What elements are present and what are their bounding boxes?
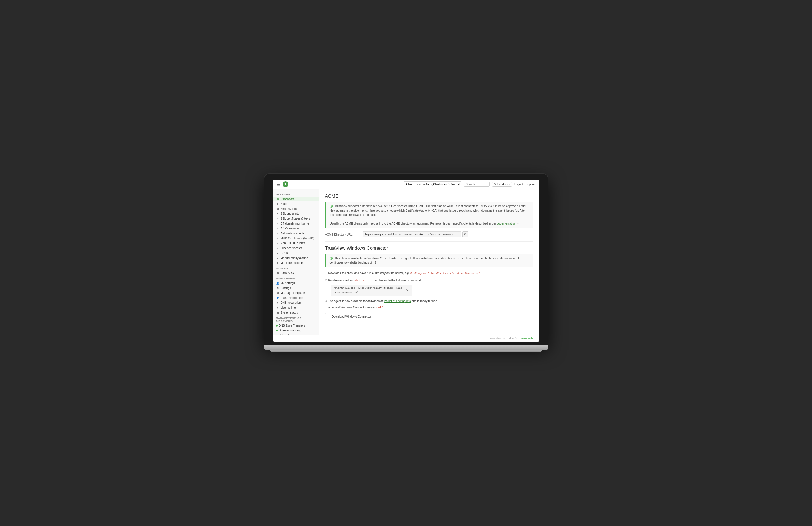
step2-code: PowerShell.exe -ExecutionPolicy Bypass -… <box>334 286 404 295</box>
sidebar: Overview ⊞ Dashboard ≡ Stats ⊞ Search / … <box>273 189 319 335</box>
step-2: 2. Run PowerShell as Administrator and e… <box>325 278 533 296</box>
sidebar-item-license[interactable]: ● License info <box>273 305 319 310</box>
adfs-icon: ≡ <box>276 227 279 230</box>
stats-icon: ≡ <box>276 202 279 206</box>
sidebar-item-my-settings[interactable]: 👤 My settings <box>273 281 319 286</box>
hamburger-icon[interactable]: ☰ <box>277 182 280 187</box>
acme-url-label: ACME Directory URL: <box>325 233 360 236</box>
automation-icon: ≡ <box>276 232 279 235</box>
sidebar-item-dashboard[interactable]: ⊞ Dashboard <box>273 197 319 201</box>
sidebar-section-overview: Overview <box>273 191 319 197</box>
sidebar-item-manual-expiry[interactable]: ≡ Manual expiry alarms <box>273 255 319 260</box>
sidebar-item-mitid[interactable]: ≡ MitID Certificates (NemID) <box>273 236 319 241</box>
sidebar-item-settings[interactable]: ⚙ Settings <box>273 286 319 290</box>
sidebar-item-nemid[interactable]: ≡ NemID OTP clients <box>273 241 319 246</box>
step-3: 3. The agent is now available for activa… <box>325 299 533 303</box>
systemstatus-icon: ⊞ <box>276 311 279 314</box>
sidebar-item-dns-integration[interactable]: ● DNS integration <box>273 300 319 305</box>
search-icon: ⊞ <box>276 208 279 210</box>
domain-dropdown[interactable]: CN=TrustViewUsers,CN=Users,DC=adtest,DC=… <box>404 181 461 187</box>
sidebar-item-crls[interactable]: ≡ CRLs <box>273 251 319 255</box>
step2-code-block: PowerShell.exe -ExecutionPolicy Bypass -… <box>331 285 412 297</box>
logout-button[interactable]: Logout <box>514 183 523 186</box>
sidebar-item-stats[interactable]: ≡ Stats <box>273 201 319 206</box>
step1-path: C:\Program Files\TrustView Windows Conne… <box>410 272 481 275</box>
sidebar-item-systemstatus[interactable]: ⊞ Systemstatus <box>273 310 319 315</box>
sidebar-item-label: Automation agents <box>280 232 305 235</box>
sidebar-item-label: Other certificates <box>280 246 303 250</box>
sidebar-item-monitored[interactable]: ≡ Monitored applets <box>273 260 319 265</box>
sidebar-item-other-certs[interactable]: ≡ Other certificates <box>273 246 319 251</box>
step-1: 1. Download the client and save it in a … <box>325 271 533 276</box>
acme-url-value: https://tv-staging.trustskills.com:11443… <box>363 231 461 237</box>
sidebar-item-label: SSL certificates & keys <box>280 217 310 220</box>
footer-brand: TrustSells <box>521 337 533 340</box>
sidebar-item-label: Monitored applets <box>280 261 304 265</box>
acme-title: ACME <box>325 194 533 199</box>
dashboard-icon: ⊞ <box>276 198 279 200</box>
sidebar-section-devices: Devices <box>273 265 319 271</box>
mitid-icon: ≡ <box>276 237 279 240</box>
sidebar-item-citrix[interactable]: ⊞ Citrix ADC <box>273 271 319 275</box>
steps-container: 1. Download the client and save it in a … <box>325 271 533 303</box>
domain-selector[interactable]: CN=TrustViewUsers,CN=Users,DC=adtest,DC=… <box>404 181 461 187</box>
crls-icon: ≡ <box>276 252 279 255</box>
sidebar-item-label: SSL endpoints <box>280 212 300 215</box>
step2-admin: Administrator <box>353 280 374 282</box>
sidebar-item-label: Citrix ADC <box>280 271 294 274</box>
windows-connector-title: TrustView Windows Connector <box>325 246 533 251</box>
acme-doc-link[interactable]: documentation <box>497 222 516 225</box>
sidebar-item-ssl-certs[interactable]: ≡ SSL certificates & keys <box>273 216 319 221</box>
sidebar-item-label: Search / Filter <box>280 207 299 210</box>
sidebar-item-label: License info <box>280 306 296 309</box>
feedback-button[interactable]: ✎ Feedback <box>492 182 512 187</box>
sidebar-item-label: Manual expiry alarms <box>280 256 308 259</box>
other-certs-icon: ≡ <box>276 247 279 250</box>
license-icon: ● <box>276 306 279 309</box>
sidebar-item-msg-templates[interactable]: ⊞ Message templates <box>273 290 319 295</box>
acme-copy-button[interactable]: ⧉ <box>462 231 468 237</box>
acme-info-text: TrustView supports automatic renewal of … <box>330 205 526 216</box>
dns-zone-dot <box>276 325 278 327</box>
acme-url-row: ACME Directory URL: https://tv-staging.t… <box>325 231 533 237</box>
version-text: The current Windows Connector version: v… <box>325 306 533 309</box>
sidebar-item-domain-scanning[interactable]: Domain scanning <box>273 328 319 333</box>
acme-url-value-box: https://tv-staging.trustskills.com:11443… <box>363 231 533 237</box>
download-button[interactable]: ↓ Download Windows Connector <box>325 313 376 320</box>
sidebar-item-ssl-network[interactable]: SSL network scanning <box>273 333 319 335</box>
step2-label: 2. Run PowerShell as <box>325 279 353 282</box>
sidebar-item-label: MitID Certificates (NemID) <box>280 237 315 240</box>
step3-rest: and is ready for use <box>412 299 437 303</box>
sidebar-item-automation[interactable]: ≡ Automation agents <box>273 231 319 236</box>
ssl-icon: ≡ <box>276 212 279 215</box>
sidebar-item-label: DNS Zone Transfers <box>279 324 305 327</box>
main-content: ACME ⓘ TrustView supports automatic rene… <box>319 189 539 335</box>
sidebar-item-ssl-endpoints[interactable]: ≡ SSL endpoints <box>273 211 319 216</box>
info-icon: ⓘ <box>330 205 333 208</box>
users-icon: 👤 <box>276 297 279 299</box>
sidebar-item-label: ADFS services <box>280 227 300 230</box>
sidebar-item-label: Settings <box>280 286 291 289</box>
msg-templates-icon: ⊞ <box>276 291 279 295</box>
app-logo: T <box>282 181 288 187</box>
sidebar-item-adfs[interactable]: ≡ ADFS services <box>273 226 319 231</box>
version-value[interactable]: v1.1 <box>378 306 383 309</box>
sidebar-item-ct-domain[interactable]: ≡ CT domain monitoring <box>273 221 319 226</box>
ct-icon: ≡ <box>276 222 279 225</box>
certs-icon: ≡ <box>276 217 279 220</box>
domain-scan-dot <box>276 330 278 331</box>
sidebar-item-label: DNS integration <box>280 301 301 304</box>
footer-text: TrustView · a product from <box>490 337 520 340</box>
windows-connector-info-text: This client is available for Windows Ser… <box>330 257 519 264</box>
sidebar-item-label: Dashboard <box>280 197 295 200</box>
sidebar-item-dns-zone[interactable]: DNS Zone Transfers <box>273 323 319 328</box>
step2-copy-button[interactable]: ⧉ <box>404 288 409 293</box>
sidebar-item-search[interactable]: ⊞ Search / Filter <box>273 206 319 211</box>
windows-connector-info-box: ⓘ This client is available for Windows S… <box>325 254 533 267</box>
step3-link[interactable]: the list of new agents <box>383 299 411 303</box>
sidebar-item-label: CRLs <box>280 252 288 255</box>
search-input[interactable] <box>464 182 490 187</box>
sidebar-item-users-contacts[interactable]: 👤 Users and contacts <box>273 295 319 300</box>
footer: TrustView · a product from TrustSells <box>273 335 539 342</box>
support-button[interactable]: Support <box>525 183 535 186</box>
